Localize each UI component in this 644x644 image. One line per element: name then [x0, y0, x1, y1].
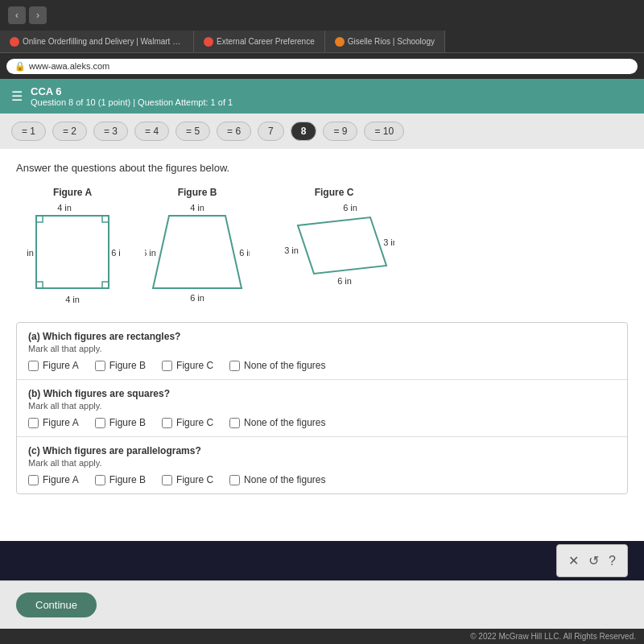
figure-a-wrapper: Figure A 4 in 6 in 6 in 4 in [24, 187, 121, 306]
svg-text:6 in: 6 in [337, 276, 352, 286]
checkbox-c-figureC[interactable] [162, 475, 172, 485]
address-bar[interactable]: 🔒 www-awa.aleks.com [6, 59, 638, 74]
svg-marker-10 [153, 216, 242, 288]
course-title: CCA 6 [31, 85, 233, 97]
q-btn-5[interactable]: = 5 [175, 122, 210, 141]
checkbox-b-figureC[interactable] [162, 418, 172, 428]
svg-text:6 in: 6 in [239, 248, 250, 258]
checkbox-b-none[interactable] [229, 418, 240, 428]
svg-text:4 in: 4 in [65, 295, 80, 304]
checkbox-a-figureB[interactable] [95, 361, 105, 371]
section-c-question: (c) Which figures are parallelograms? [28, 445, 616, 456]
section-b-checkboxes: Figure A Figure B Figure C None of the f… [28, 417, 616, 428]
checkbox-b-figureA[interactable] [28, 418, 39, 428]
section-c: (c) Which figures are parallelograms? Ma… [17, 437, 627, 493]
q-btn-2[interactable]: = 2 [52, 122, 87, 141]
q-btn-9[interactable]: = 9 [323, 122, 357, 141]
section-a-figure-a[interactable]: Figure A [28, 360, 79, 371]
q-btn-8[interactable]: 8 [291, 122, 317, 141]
svg-rect-3 [102, 216, 109, 222]
figure-b-label: Figure B [178, 187, 217, 198]
schoology-favicon [335, 37, 345, 47]
question-nav: = 1 = 2 = 3 = 4 = 5 = 6 7 8 = 9 = 10 [0, 114, 644, 149]
checkbox-b-figureB[interactable] [95, 418, 105, 428]
question-area: Answer the questions about the figures b… [0, 149, 644, 541]
svg-text:6 in: 6 in [343, 203, 357, 213]
section-c-figure-a[interactable]: Figure A [28, 474, 79, 485]
checkbox-c-figureA[interactable] [28, 475, 39, 485]
section-a-question: (a) Which figures are rectangles? [28, 331, 616, 342]
q-btn-1[interactable]: = 1 [11, 122, 46, 141]
svg-text:3 in: 3 in [383, 237, 394, 247]
lock-icon: 🔒 [14, 61, 26, 72]
q-btn-3[interactable]: = 3 [93, 122, 128, 141]
section-a-none[interactable]: None of the figures [229, 360, 325, 371]
continue-area: Continue [0, 580, 644, 629]
section-c-instruction: Mark all that apply. [28, 458, 616, 468]
footer-text: © 2022 McGraw Hill LLC. All Rights Reser… [470, 632, 636, 641]
q-btn-10[interactable]: = 10 [364, 122, 404, 141]
svg-rect-4 [36, 282, 43, 288]
svg-rect-5 [102, 282, 109, 288]
figures-container: Figure A 4 in 6 in 6 in 4 in [16, 187, 628, 306]
hamburger-menu[interactable]: ☰ [11, 89, 23, 104]
back-button[interactable]: ‹ [8, 6, 26, 24]
question-info: Question 8 of 10 (1 point) | Question At… [31, 97, 233, 107]
section-c-none[interactable]: None of the figures [229, 474, 325, 485]
main-wrapper: ☰ CCA 6 Question 8 of 10 (1 point) | Que… [0, 79, 644, 644]
section-c-figure-c[interactable]: Figure C [162, 474, 213, 485]
page-footer: © 2022 McGraw Hill LLC. All Rights Reser… [0, 629, 644, 644]
figure-c-label: Figure C [315, 187, 354, 198]
checkbox-c-none[interactable] [229, 475, 240, 485]
checkbox-c-figureB[interactable] [95, 475, 105, 485]
svg-text:6 in: 6 in [145, 248, 156, 258]
action-panel: ✕ ↺ ? [556, 544, 628, 577]
help-button[interactable]: ? [609, 554, 616, 568]
tab-career-preference[interactable]: External Career Preference [194, 31, 325, 52]
q-btn-6[interactable]: = 6 [217, 122, 251, 141]
tab-schoology[interactable]: Giselle Rios | Schoology [325, 31, 445, 52]
checkbox-a-none[interactable] [229, 361, 240, 371]
svg-rect-2 [36, 216, 43, 222]
svg-text:3 in: 3 in [284, 246, 299, 255]
section-b-instruction: Mark all that apply. [28, 401, 616, 411]
section-b-figure-c[interactable]: Figure C [162, 417, 213, 428]
figure-b-wrapper: Figure B 4 in 6 in 6 in 6 in [145, 187, 250, 306]
section-c-figure-b[interactable]: Figure B [95, 474, 146, 485]
q-btn-4[interactable]: = 4 [134, 122, 169, 141]
section-b-none[interactable]: None of the figures [229, 417, 325, 428]
section-a: (a) Which figures are rectangles? Mark a… [17, 323, 627, 380]
section-a-figure-c[interactable]: Figure C [162, 360, 213, 371]
section-a-figure-b[interactable]: Figure B [95, 360, 146, 371]
browser-chrome: ‹ › [0, 0, 644, 31]
undo-button[interactable]: ↺ [588, 553, 599, 568]
svg-text:6 in: 6 in [24, 248, 34, 258]
q-btn-7[interactable]: 7 [258, 122, 284, 141]
section-b-figure-a[interactable]: Figure A [28, 417, 79, 428]
section-b-figure-b[interactable]: Figure B [95, 417, 146, 428]
svg-text:4 in: 4 in [57, 203, 72, 213]
figure-c-svg: 6 in 3 in 3 in 6 in [274, 201, 394, 290]
svg-text:4 in: 4 in [190, 203, 204, 213]
continue-button[interactable]: Continue [16, 592, 97, 617]
section-b-question: (b) Which figures are squares? [28, 388, 616, 399]
header-info: CCA 6 Question 8 of 10 (1 point) | Quest… [31, 85, 233, 107]
svg-text:6 in: 6 in [111, 248, 121, 258]
tab-walmart-careers[interactable]: Online Orderfilling and Delivery | Walma… [0, 31, 194, 52]
svg-rect-1 [36, 216, 109, 288]
section-a-instruction: Mark all that apply. [28, 344, 616, 353]
figure-a-label: Figure A [53, 187, 92, 198]
figure-a-svg: 4 in 6 in 6 in 4 in [24, 201, 121, 306]
svg-text:6 in: 6 in [190, 293, 204, 303]
checkbox-a-figureC[interactable] [162, 361, 172, 371]
forward-button[interactable]: › [29, 6, 47, 24]
aleks-header: ☰ CCA 6 Question 8 of 10 (1 point) | Que… [0, 79, 644, 114]
address-bar-row: 🔒 www-awa.aleks.com [0, 53, 644, 79]
checkbox-a-figureA[interactable] [28, 361, 39, 371]
answer-sections: (a) Which figures are rectangles? Mark a… [16, 322, 628, 494]
url-text: www-awa.aleks.com [29, 61, 109, 71]
nav-buttons: ‹ › [8, 6, 47, 24]
tabs-row: Online Orderfilling and Delivery | Walma… [0, 31, 644, 53]
clear-button[interactable]: ✕ [568, 553, 579, 568]
walmart-favicon [10, 37, 19, 47]
